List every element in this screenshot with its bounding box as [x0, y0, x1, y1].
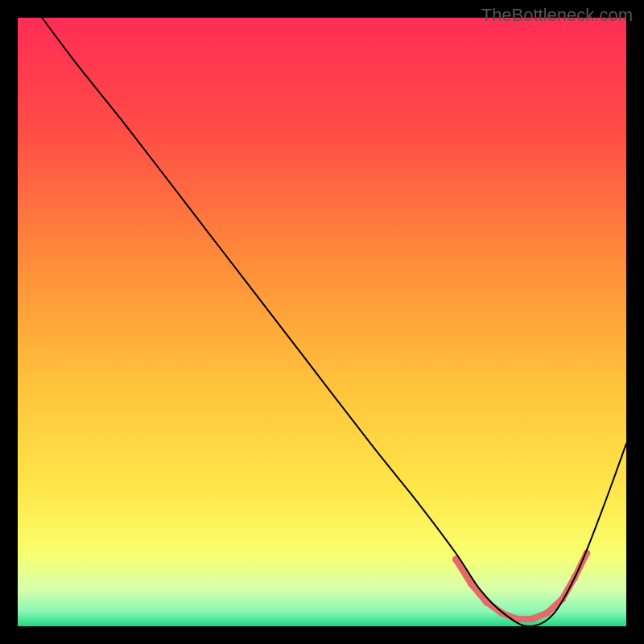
highlight-dot — [543, 609, 551, 617]
chart-svg — [0, 0, 644, 644]
highlight-dot — [528, 615, 535, 622]
plot-background — [18, 18, 626, 626]
bottleneck-chart: TheBottleneck.com — [0, 0, 644, 644]
